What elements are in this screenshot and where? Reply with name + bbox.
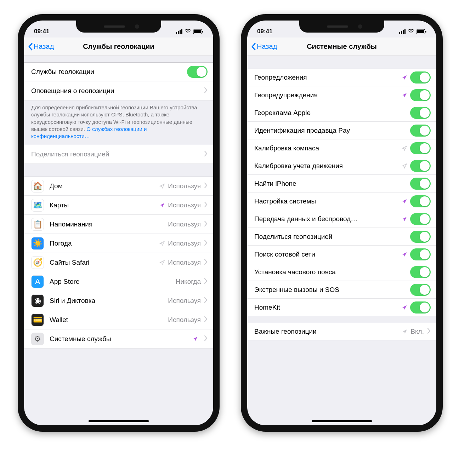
system-service-row[interactable]: Геопредупреждения bbox=[247, 86, 436, 104]
chevron-right-icon bbox=[204, 220, 208, 228]
row-detail: Никогда bbox=[176, 278, 201, 286]
battery-icon bbox=[416, 29, 426, 34]
page-title: Службы геолокации bbox=[83, 42, 154, 51]
gear-icon: ⚙ bbox=[31, 333, 44, 345]
system-services-row[interactable]: ⚙ Системные службы bbox=[24, 329, 213, 349]
location-alerts-row[interactable]: Оповещения о геопозиции bbox=[24, 81, 213, 100]
back-label: Назад bbox=[34, 42, 54, 51]
wifi-icon bbox=[408, 29, 414, 34]
status-time: 09:41 bbox=[34, 28, 49, 35]
location-arrow-icon bbox=[402, 145, 407, 151]
svg-rect-2 bbox=[202, 31, 203, 33]
row-label: Передача данных и беспровод… bbox=[254, 215, 400, 223]
chevron-right-icon bbox=[427, 328, 431, 335]
app-row[interactable]: 📋НапоминанияИспользуя bbox=[24, 215, 213, 234]
toggle-switch[interactable] bbox=[410, 284, 431, 296]
system-service-row[interactable]: Поделиться геопозицией bbox=[247, 228, 436, 246]
row-detail: Используя bbox=[168, 201, 201, 209]
system-service-row[interactable]: HomeKit bbox=[247, 299, 436, 316]
row-detail: Используя bbox=[168, 182, 201, 190]
toggle-switch[interactable] bbox=[410, 107, 431, 119]
toggle-switch[interactable] bbox=[187, 66, 208, 78]
battery-icon bbox=[193, 29, 203, 34]
system-service-row[interactable]: Геореклама Apple bbox=[247, 104, 436, 122]
toggle-switch[interactable] bbox=[410, 160, 431, 172]
app-icon: 🏠 bbox=[31, 180, 44, 192]
row-label: Карты bbox=[50, 201, 157, 209]
chevron-right-icon bbox=[204, 278, 208, 286]
system-service-row[interactable]: Калибровка учета движения bbox=[247, 157, 436, 175]
toggle-switch[interactable] bbox=[410, 213, 431, 225]
location-arrow-icon bbox=[402, 252, 407, 257]
chevron-right-icon bbox=[204, 201, 208, 209]
home-indicator[interactable] bbox=[312, 420, 372, 422]
system-service-row[interactable]: Идентификация продавца Pay bbox=[247, 122, 436, 139]
system-service-row[interactable]: Установка часового пояса bbox=[247, 263, 436, 281]
row-label: Калибровка учета движения bbox=[254, 162, 400, 170]
toggle-switch[interactable] bbox=[410, 231, 431, 243]
system-service-row[interactable]: Настройка системы bbox=[247, 192, 436, 210]
toggle-switch[interactable] bbox=[410, 125, 431, 137]
system-service-row[interactable]: Поиск сотовой сети bbox=[247, 246, 436, 263]
row-label: Настройка системы bbox=[254, 197, 400, 205]
app-row[interactable]: 🗺️КартыИспользуя bbox=[24, 196, 213, 215]
app-row[interactable]: ◉Siri и ДиктовкаИспользуя bbox=[24, 291, 213, 310]
system-service-row[interactable]: Передача данных и беспровод… bbox=[247, 210, 436, 228]
row-detail: Вкл. bbox=[410, 328, 424, 335]
row-detail: Используя bbox=[168, 220, 201, 228]
chevron-right-icon bbox=[204, 150, 208, 158]
app-row[interactable]: ☀️ПогодаИспользуя bbox=[24, 234, 213, 253]
app-icon: 💳 bbox=[31, 314, 44, 326]
toggle-switch[interactable] bbox=[410, 142, 431, 154]
toggle-switch[interactable] bbox=[410, 71, 431, 84]
nav-bar: Назад Службы геолокации bbox=[24, 38, 213, 56]
app-icon: A bbox=[31, 275, 44, 288]
location-arrow-icon bbox=[159, 260, 165, 265]
phone-right: 09:41 Назад Системные службы Геопредложе… bbox=[241, 14, 443, 432]
row-detail: Используя bbox=[168, 259, 201, 266]
app-icon: 🗺️ bbox=[31, 199, 44, 212]
wifi-icon bbox=[185, 29, 191, 34]
app-row[interactable]: AApp StoreНикогда bbox=[24, 272, 213, 291]
row-detail: Используя bbox=[168, 316, 201, 324]
location-arrow-icon bbox=[402, 329, 408, 334]
row-detail: Используя bbox=[168, 240, 201, 247]
home-indicator[interactable] bbox=[89, 420, 149, 422]
location-arrow-icon bbox=[402, 305, 407, 310]
row-label: Дом bbox=[50, 182, 157, 190]
row-label: Найти iPhone bbox=[254, 180, 410, 188]
app-row[interactable]: 🏠ДомИспользуя bbox=[24, 177, 213, 196]
page-title: Системные службы bbox=[307, 42, 377, 51]
toggle-switch[interactable] bbox=[410, 248, 431, 260]
toggle-switch[interactable] bbox=[410, 89, 431, 101]
toggle-switch[interactable] bbox=[410, 178, 431, 190]
back-button[interactable]: Назад bbox=[28, 38, 54, 56]
location-arrow-icon bbox=[402, 216, 407, 222]
location-arrow-icon bbox=[159, 241, 165, 246]
row-label: HomeKit bbox=[254, 304, 400, 311]
back-button[interactable]: Назад bbox=[251, 38, 277, 56]
app-icon: ◉ bbox=[31, 294, 44, 307]
row-label: Экстренные вызовы и SOS bbox=[254, 286, 410, 294]
toggle-switch[interactable] bbox=[410, 301, 431, 314]
system-service-row[interactable]: Экстренные вызовы и SOS bbox=[247, 281, 436, 299]
row-label: Сайты Safari bbox=[50, 259, 157, 266]
app-row[interactable]: 🧭Сайты SafariИспользуя bbox=[24, 253, 213, 272]
row-label: Поиск сотовой сети bbox=[254, 251, 400, 258]
row-label: Wallet bbox=[50, 316, 168, 324]
chevron-right-icon bbox=[204, 182, 208, 190]
chevron-right-icon bbox=[204, 240, 208, 247]
significant-locations-row[interactable]: Важные геопозиции Вкл. bbox=[247, 323, 436, 340]
system-service-row[interactable]: Калибровка компаса bbox=[247, 139, 436, 157]
svg-rect-1 bbox=[194, 30, 201, 33]
chevron-right-icon bbox=[204, 316, 208, 324]
location-arrow-icon bbox=[402, 163, 407, 169]
toggle-switch[interactable] bbox=[410, 266, 431, 278]
app-row[interactable]: 💳WalletИспользуя bbox=[24, 310, 213, 329]
system-service-row[interactable]: Геопредложения bbox=[247, 69, 436, 86]
nav-bar: Назад Системные службы bbox=[247, 38, 436, 56]
location-services-toggle-row[interactable]: Службы геолокации bbox=[24, 62, 213, 81]
share-location-row[interactable]: Поделиться геопозицией bbox=[24, 145, 213, 164]
toggle-switch[interactable] bbox=[410, 195, 431, 207]
system-service-row[interactable]: Найти iPhone bbox=[247, 175, 436, 192]
